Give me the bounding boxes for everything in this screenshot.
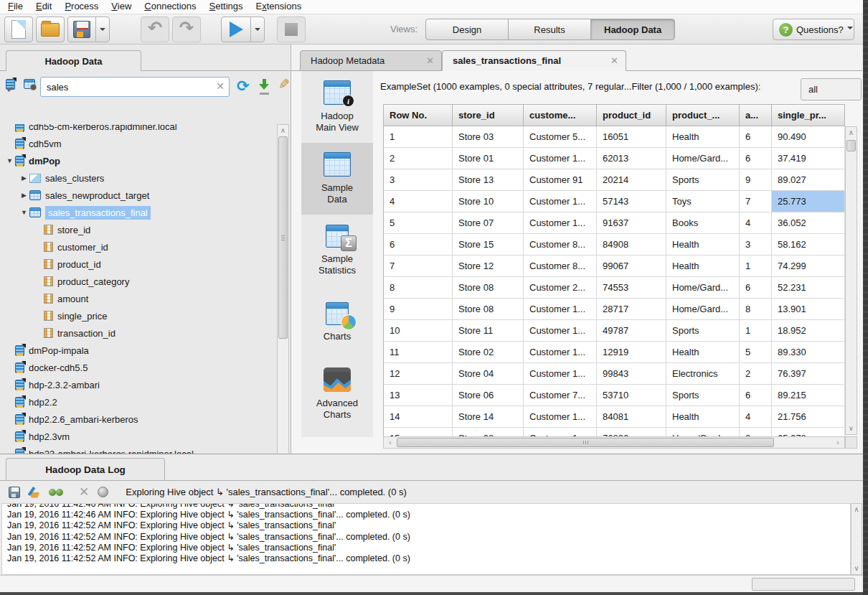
table-cell[interactable]: Store 07 (453, 212, 524, 234)
table-row[interactable]: 2Store 01Customer 1...62013Home/Gard...6… (384, 148, 845, 169)
table-cell[interactable]: 74.299 (772, 256, 845, 277)
save-process-button[interactable] (67, 17, 96, 42)
view-strip-sample-statistics[interactable]: ΣSampleStatistics (301, 215, 373, 286)
menu-view[interactable]: View (105, 0, 138, 13)
table-cell[interactable]: 76836 (597, 428, 666, 436)
table-cell[interactable]: Store 11 (453, 320, 524, 342)
table-cell[interactable]: Customer 1... (524, 299, 597, 320)
table-cell[interactable]: 21.756 (772, 406, 845, 428)
table-row[interactable]: 14Store 14Customer 1...84081Health421.75… (384, 406, 845, 428)
edit-pencil-icon[interactable]: ✎ (278, 76, 290, 93)
table-cell[interactable]: 13.901 (772, 299, 845, 320)
tree-item-sales-transactions-final[interactable]: ▼sales_transactions_final (1, 204, 277, 221)
scrollbar-thumb[interactable] (846, 140, 856, 151)
log-scrollbar[interactable]: ∧ ∨ (851, 503, 862, 575)
table-cell[interactable]: 4 (384, 191, 453, 212)
table-cell[interactable]: 53710 (597, 385, 666, 406)
table-cell[interactable]: Sports (666, 169, 740, 191)
run-dropdown-button[interactable] (250, 17, 265, 42)
open-process-button[interactable] (36, 17, 65, 42)
scrollbar-thumb[interactable] (278, 136, 288, 339)
table-row[interactable]: 4Store 10Customer 1...57143Toys725.773 (384, 191, 845, 212)
save-dropdown-button[interactable] (95, 17, 110, 42)
view-strip-sample-data[interactable]: SampleData (301, 143, 373, 215)
table-cell[interactable]: Store 08 (453, 277, 524, 299)
table-row[interactable]: 6Store 15Customer 8...84908Health358.162 (384, 234, 845, 256)
table-cell[interactable]: Customer 1... (524, 320, 597, 342)
tree-expander-icon[interactable]: ▼ (19, 209, 29, 216)
tree-item-single-price[interactable]: single_price (1, 307, 277, 324)
table-cell[interactable]: 57143 (597, 191, 666, 212)
view-button-hadoop-data[interactable]: Hadoop Data (590, 19, 675, 40)
table-cell[interactable]: 36.052 (772, 212, 845, 234)
table-cell[interactable]: 11 (384, 342, 453, 363)
table-row[interactable]: 7Store 12Customer 8...99067Health174.299 (384, 256, 845, 277)
table-cell[interactable]: Store 15 (453, 234, 524, 256)
scroll-left-icon[interactable]: ‹ (385, 437, 395, 448)
table-cell[interactable]: Home/Gard... (666, 148, 740, 169)
save-log-icon[interactable] (9, 487, 20, 498)
table-cell[interactable]: 8 (384, 277, 453, 299)
table-cell[interactable]: 49787 (597, 320, 666, 342)
table-cell[interactable]: Store 04 (453, 363, 524, 385)
column-header-product[interactable]: product_... (666, 104, 740, 126)
table-cell[interactable]: Store 14 (453, 406, 524, 428)
scrollbar-thumb[interactable] (397, 438, 774, 447)
table-row[interactable]: 15Store 08Customer 1...76836Home/Gard...… (384, 428, 845, 436)
manage-connections-icon[interactable] (6, 79, 15, 90)
table-cell[interactable]: Toys (666, 191, 740, 212)
table-cell[interactable]: Store 13 (453, 169, 524, 191)
table-cell[interactable]: Customer 2... (524, 277, 597, 299)
table-row[interactable]: 5Store 07Customer 1...91637Books436.052 (384, 212, 845, 234)
table-row[interactable]: 13Store 06Customer 7...53710Sports689.21… (384, 385, 845, 406)
view-strip-advanced-charts[interactable]: AdvancedCharts (301, 358, 373, 430)
table-cell[interactable]: 89.027 (772, 169, 845, 191)
table-cell[interactable]: 37.419 (772, 148, 845, 169)
table-row[interactable]: 10Store 11Customer 1...49787Sports118.95… (384, 320, 845, 342)
table-cell[interactable]: 89.330 (772, 342, 845, 363)
clear-search-icon[interactable]: ✕ (216, 80, 225, 92)
table-row[interactable]: 12Store 04Customer 1...99843Electronics2… (384, 363, 845, 385)
table-cell[interactable]: 12 (384, 363, 453, 385)
menu-process[interactable]: Process (58, 0, 105, 13)
import-download-icon[interactable] (259, 79, 270, 93)
table-row[interactable]: 8Store 08Customer 2...74553Home/Gard...6… (384, 277, 845, 299)
table-cell[interactable]: 10 (384, 320, 453, 342)
close-icon[interactable]: ✕ (426, 55, 434, 66)
table-cell[interactable]: 6 (740, 126, 772, 148)
tree-item-sales-clusters[interactable]: ▶sales_clusters (1, 169, 277, 187)
table-cell[interactable]: Store 06 (453, 385, 524, 406)
tree-expander-icon[interactable]: ▼ (4, 157, 15, 164)
column-header-row-no[interactable]: Row No. (384, 104, 453, 126)
table-cell[interactable]: Store 02 (453, 342, 524, 363)
view-strip-hadoop-main-view[interactable]: iHadoopMain View (301, 71, 373, 143)
table-cell[interactable]: 25.773 (772, 191, 845, 212)
tree-item-product-id[interactable]: product_id (1, 256, 277, 273)
table-cell[interactable]: Health (666, 406, 740, 428)
column-header-product-id[interactable]: product_id (597, 104, 666, 126)
table-cell[interactable]: Customer 91 (524, 169, 597, 191)
table-cell[interactable]: 74553 (597, 277, 666, 299)
table-cell[interactable]: 9 (740, 169, 772, 191)
table-cell[interactable]: 1 (740, 320, 772, 342)
menu-extensions[interactable]: Extensions (250, 0, 308, 13)
tree-item-store-id[interactable]: store_id (1, 221, 277, 238)
menu-file[interactable]: File (1, 0, 29, 13)
menu-settings[interactable]: Settings (203, 0, 250, 13)
tree-item-product-category[interactable]: product_category (1, 273, 277, 290)
tree-item-hdp-2-3-2-ambari[interactable]: hdp-2.3.2-ambari (1, 376, 277, 393)
scroll-up-icon[interactable]: ∧ (852, 504, 862, 515)
table-cell[interactable]: 99843 (597, 363, 666, 385)
table-cell[interactable]: 18.952 (772, 320, 845, 342)
tab-sales-transactions-final[interactable]: sales_transactions_final ✕ (442, 50, 626, 71)
tree-item-hdp2-2-6-ambari-kerberos[interactable]: hdp2.2.6_ambari-kerberos (1, 411, 277, 428)
table-cell[interactable]: 58.162 (772, 234, 845, 256)
table-cell[interactable]: Health (666, 256, 740, 277)
table-cell[interactable]: 52.231 (772, 277, 845, 299)
table-cell[interactable]: 6 (740, 148, 772, 169)
table-cell[interactable]: Sports (666, 385, 740, 406)
table-cell[interactable]: Home/Gard... (666, 428, 740, 436)
tree-scrollbar[interactable]: ∧ ∨ (277, 124, 289, 479)
table-cell[interactable]: Customer 1... (524, 148, 597, 169)
table-cell[interactable]: Electronics (666, 363, 740, 385)
